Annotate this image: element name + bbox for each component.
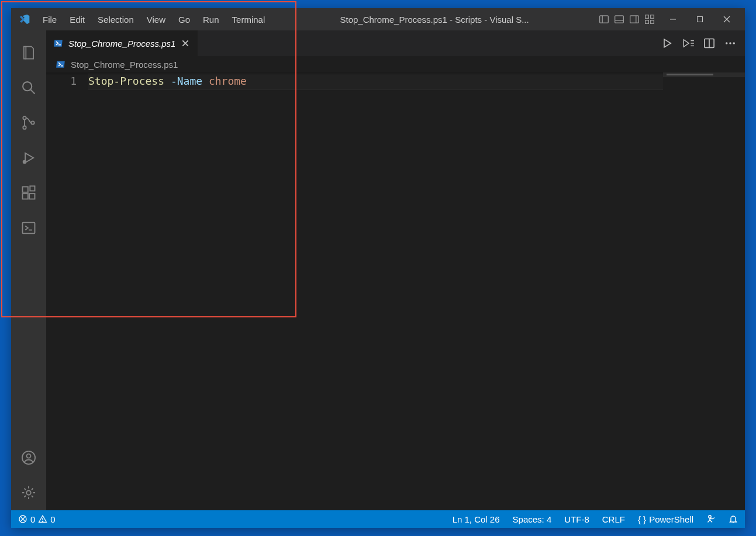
svg-point-38 — [733, 42, 736, 44]
status-warnings-count: 0 — [50, 514, 55, 524]
svg-rect-4 — [630, 16, 639, 23]
window-close-button[interactable] — [713, 8, 740, 30]
window-title: Stop_Chrome_Process.ps1 - Scripts - Visu… — [271, 15, 598, 25]
tabs-filler — [198, 30, 658, 56]
status-feedback-icon[interactable] — [705, 514, 717, 524]
tab-stop-chrome-process[interactable]: Stop_Chrome_Process.ps1 — [46, 30, 198, 56]
extensions-icon[interactable] — [11, 175, 46, 210]
customize-layout-icon[interactable] — [643, 13, 656, 26]
powershell-file-icon — [53, 38, 64, 49]
minimap[interactable] — [663, 72, 745, 510]
line-number: 1 — [46, 74, 77, 89]
window-minimize-button[interactable] — [660, 8, 686, 30]
statusbar: 0 0 Ln 1, Col 26 Spaces: 4 UTF-8 CRLF { … — [11, 510, 745, 528]
tab-label: Stop_Chrome_Process.ps1 — [68, 39, 175, 49]
svg-point-28 — [26, 490, 30, 494]
svg-rect-2 — [615, 16, 624, 23]
window-maximize-button[interactable] — [686, 8, 713, 30]
search-icon[interactable] — [11, 70, 46, 105]
svg-point-43 — [43, 521, 43, 521]
menu-selection[interactable]: Selection — [92, 12, 140, 27]
run-debug-icon[interactable] — [11, 140, 46, 175]
desktop-background: File Edit Selection View Go Run Terminal… — [0, 0, 756, 536]
window-body: Stop_Chrome_Process.ps1 — [11, 30, 745, 510]
svg-line-15 — [31, 90, 35, 94]
source-control-icon[interactable] — [11, 105, 46, 140]
vscode-window: File Edit Selection View Go Run Terminal… — [11, 8, 745, 528]
title-layout-icons — [598, 13, 656, 26]
svg-rect-23 — [30, 186, 34, 191]
status-eol[interactable]: CRLF — [601, 514, 626, 524]
vscode-logo-icon — [18, 13, 31, 26]
toggle-primary-sidebar-icon[interactable] — [598, 13, 610, 26]
menu-file[interactable]: File — [37, 12, 63, 27]
menu-bar: File Edit Selection View Go Run Terminal — [37, 12, 271, 27]
menu-go[interactable]: Go — [172, 12, 196, 27]
more-actions-icon[interactable] — [722, 34, 739, 52]
split-editor-icon[interactable] — [700, 34, 718, 52]
svg-rect-21 — [23, 193, 28, 199]
status-indentation[interactable]: Spaces: 4 — [512, 514, 553, 524]
menu-run[interactable]: Run — [197, 12, 225, 27]
status-cursor-position[interactable]: Ln 1, Col 26 — [451, 514, 501, 524]
svg-rect-8 — [645, 20, 649, 24]
toggle-secondary-sidebar-icon[interactable] — [628, 13, 641, 26]
editor-actions — [658, 30, 745, 56]
current-line-highlight — [88, 74, 663, 90]
svg-rect-20 — [23, 187, 28, 192]
code-area[interactable]: Stop-Process -Name chrome — [88, 72, 663, 510]
settings-gear-icon[interactable] — [11, 475, 46, 510]
minimap-content — [667, 74, 713, 75]
svg-rect-0 — [600, 16, 609, 23]
svg-point-27 — [27, 454, 31, 458]
svg-point-37 — [729, 42, 731, 44]
status-language-mode[interactable]: { } PowerShell — [637, 514, 695, 524]
run-file-icon[interactable] — [658, 34, 676, 52]
svg-point-17 — [23, 126, 26, 129]
status-notifications-icon[interactable] — [727, 514, 739, 524]
powershell-extension-icon[interactable] — [11, 210, 46, 245]
window-controls — [660, 8, 740, 30]
powershell-file-icon — [56, 59, 66, 70]
editor-group: Stop_Chrome_Process.ps1 — [46, 30, 745, 510]
svg-point-16 — [23, 116, 26, 119]
svg-rect-7 — [651, 15, 654, 19]
svg-rect-11 — [698, 17, 703, 22]
svg-rect-10 — [670, 19, 676, 20]
svg-rect-9 — [651, 20, 654, 24]
status-encoding[interactable]: UTF-8 — [563, 514, 591, 524]
status-problems[interactable]: 0 0 — [17, 514, 57, 524]
tab-close-icon[interactable] — [180, 38, 191, 49]
accounts-icon[interactable] — [11, 440, 46, 475]
activity-bar — [11, 30, 46, 510]
menu-edit[interactable]: Edit — [64, 12, 91, 27]
titlebar[interactable]: File Edit Selection View Go Run Terminal… — [11, 8, 745, 30]
toggle-panel-icon[interactable] — [613, 13, 626, 26]
code-editor[interactable]: 1 Stop-Process -Name chrome — [46, 72, 745, 510]
svg-point-44 — [709, 516, 711, 518]
tabs-row: Stop_Chrome_Process.ps1 — [46, 30, 745, 56]
svg-point-14 — [23, 82, 32, 91]
status-errors-count: 0 — [30, 514, 35, 524]
braces-icon: { } — [638, 514, 646, 524]
svg-rect-6 — [645, 15, 649, 19]
breadcrumb[interactable]: Stop_Chrome_Process.ps1 — [46, 56, 745, 72]
svg-rect-22 — [29, 193, 34, 199]
svg-point-19 — [23, 161, 26, 164]
status-language-label: PowerShell — [649, 514, 693, 524]
menu-view[interactable]: View — [141, 12, 171, 27]
menu-terminal[interactable]: Terminal — [226, 12, 271, 27]
svg-point-36 — [726, 42, 728, 44]
run-selection-icon[interactable] — [679, 34, 697, 52]
explorer-icon[interactable] — [11, 35, 46, 70]
line-number-gutter: 1 — [46, 72, 88, 510]
breadcrumb-file[interactable]: Stop_Chrome_Process.ps1 — [71, 60, 178, 70]
svg-point-18 — [31, 121, 34, 124]
